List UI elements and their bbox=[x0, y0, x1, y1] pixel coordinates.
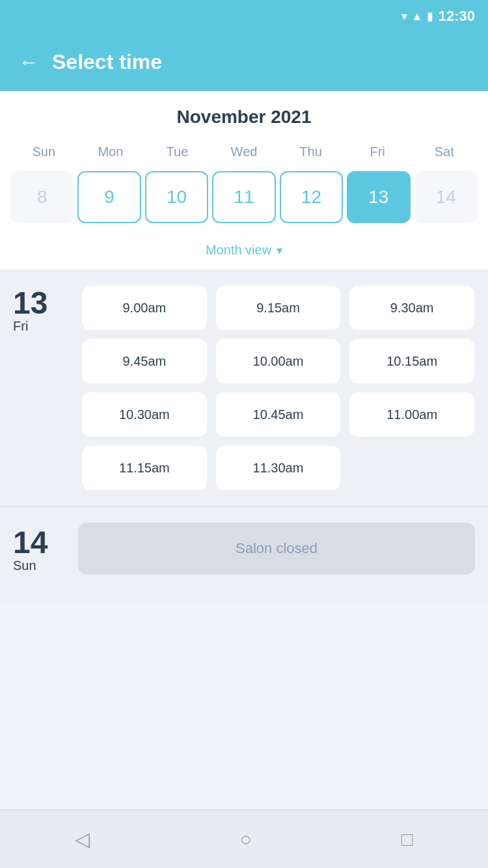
nav-back-button[interactable]: ◁ bbox=[75, 828, 90, 850]
battery-icon: ▮ bbox=[427, 9, 433, 23]
nav-home-button[interactable]: ○ bbox=[239, 828, 251, 850]
salon-closed-box: Salon closed bbox=[78, 522, 475, 575]
signal-icon: ▲ bbox=[411, 10, 423, 23]
salon-closed-label: Salon closed bbox=[236, 540, 318, 557]
status-time: 12:30 bbox=[439, 8, 475, 25]
time-slot-930am[interactable]: 9.30am bbox=[349, 285, 475, 331]
day-number-14: 14 bbox=[13, 527, 47, 558]
time-slot-1100am[interactable]: 11.00am bbox=[349, 392, 475, 437]
date-row: 891011121314 bbox=[10, 171, 478, 236]
date-cell-11[interactable]: 11 bbox=[212, 171, 275, 223]
back-button[interactable]: ← bbox=[18, 50, 39, 74]
wifi-icon: ▾ bbox=[401, 9, 407, 23]
time-slot-915am[interactable]: 9.15am bbox=[215, 285, 342, 331]
day-name-13: Fri bbox=[13, 319, 28, 334]
date-cell-10[interactable]: 10 bbox=[145, 171, 208, 223]
time-slots-grid-13: 9.00am9.15am9.30am9.45am10.00am10.15am10… bbox=[81, 285, 475, 491]
day-number-13: 13 bbox=[13, 288, 47, 319]
time-slot-1030am[interactable]: 10.30am bbox=[81, 392, 208, 437]
day-header-sun: Sun bbox=[10, 141, 77, 163]
calendar-section: November 2021 SunMonTueWedThuFriSat 8910… bbox=[0, 91, 488, 269]
date-cell-8: 8 bbox=[10, 171, 74, 223]
time-slot-900am[interactable]: 9.00am bbox=[81, 285, 208, 331]
status-icons: ▾ ▲ ▮ bbox=[401, 9, 433, 23]
day-block-13: 13 Fri 9.00am9.15am9.30am9.45am10.00am10… bbox=[0, 269, 488, 506]
page-title: Select time bbox=[52, 50, 162, 74]
slots-section: 13 Fri 9.00am9.15am9.30am9.45am10.00am10… bbox=[0, 269, 488, 603]
month-view-toggle[interactable]: Month view ▾ bbox=[10, 236, 478, 269]
date-cell-13[interactable]: 13 bbox=[347, 171, 410, 223]
day-header-thu: Thu bbox=[277, 141, 344, 163]
day-header-fri: Fri bbox=[344, 141, 411, 163]
nav-recent-button[interactable]: □ bbox=[401, 828, 413, 850]
day-header-mon: Mon bbox=[77, 141, 144, 163]
day-block-14: 14 Sun Salon closed bbox=[0, 506, 488, 590]
time-slot-1130am[interactable]: 11.30am bbox=[215, 445, 342, 491]
date-cell-9[interactable]: 9 bbox=[77, 171, 141, 223]
month-title: November 2021 bbox=[10, 107, 478, 128]
chevron-down-icon: ▾ bbox=[277, 243, 282, 258]
day-header-wed: Wed bbox=[211, 141, 278, 163]
day-header-tue: Tue bbox=[144, 141, 211, 163]
time-slot-1045am[interactable]: 10.45am bbox=[215, 392, 342, 437]
day-label-13: 13 Fri bbox=[13, 285, 72, 334]
day-name-14: Sun bbox=[13, 558, 36, 573]
bottom-nav: ◁ ○ □ bbox=[0, 809, 488, 868]
month-view-label: Month view bbox=[206, 243, 271, 258]
time-slot-1000am[interactable]: 10.00am bbox=[215, 338, 342, 384]
date-cell-12[interactable]: 12 bbox=[280, 171, 343, 223]
status-bar: ▾ ▲ ▮ 12:30 bbox=[0, 0, 488, 33]
day-label-14: 14 Sun bbox=[13, 524, 72, 573]
day-headers: SunMonTueWedThuFriSat bbox=[10, 141, 478, 163]
time-slot-1115am[interactable]: 11.15am bbox=[81, 445, 208, 491]
date-cell-14: 14 bbox=[414, 171, 478, 223]
time-slot-1015am[interactable]: 10.15am bbox=[349, 338, 475, 384]
day-header-sat: Sat bbox=[411, 141, 478, 163]
app-bar: ← Select time bbox=[0, 33, 488, 91]
time-slot-945am[interactable]: 9.45am bbox=[81, 338, 208, 384]
